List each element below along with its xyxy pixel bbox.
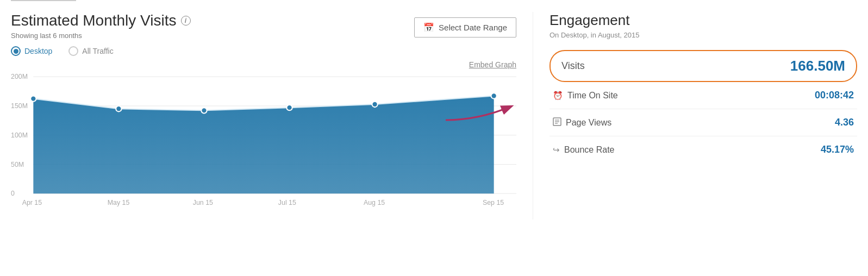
- svg-point-12: [30, 96, 36, 101]
- desktop-radio-option[interactable]: Desktop: [11, 46, 52, 56]
- desktop-radio-label: Desktop: [24, 47, 52, 55]
- svg-text:50M: 50M: [11, 161, 24, 168]
- all-traffic-radio-option[interactable]: All Traffic: [68, 46, 113, 56]
- svg-text:Aug 15: Aug 15: [364, 199, 385, 206]
- bounce-rate-value: 45.17%: [821, 144, 854, 155]
- title-area: Estimated Monthly Visits i Showing last …: [11, 12, 191, 40]
- left-panel: Estimated Monthly Visits i Showing last …: [11, 12, 533, 219]
- svg-text:200M: 200M: [11, 73, 28, 80]
- svg-point-13: [116, 106, 121, 111]
- time-on-site-label: ⏰ Time On Site: [553, 91, 618, 101]
- main-container: Estimated Monthly Visits i Showing last …: [0, 1, 868, 219]
- showing-last-months-label: Showing last 6 months: [11, 32, 191, 40]
- page-views-label: Page Views: [553, 117, 611, 128]
- page-views-row: Page Views 4.36: [549, 109, 857, 136]
- visits-value: 166.50M: [790, 58, 845, 74]
- date-range-label: Select Date Range: [439, 23, 507, 32]
- select-date-range-button[interactable]: 📅 Select Date Range: [414, 17, 516, 37]
- time-on-site-value: 00:08:42: [815, 90, 854, 101]
- svg-text:Apr 15: Apr 15: [22, 199, 42, 206]
- svg-point-16: [372, 102, 377, 107]
- svg-point-14: [201, 108, 207, 113]
- chart-wrapper: 0 50M 100M 150M 200M: [11, 71, 516, 219]
- desktop-radio-circle: [11, 46, 21, 56]
- calendar-icon: 📅: [423, 22, 434, 33]
- svg-text:Jun 15: Jun 15: [193, 199, 213, 206]
- svg-text:100M: 100M: [11, 131, 28, 139]
- bounce-icon: ↪: [553, 145, 560, 155]
- chart-svg: 0 50M 100M 150M 200M: [11, 71, 516, 217]
- engagement-subtitle: On Desktop, in August, 2015: [549, 31, 857, 39]
- visits-box: Visits 166.50M: [549, 50, 857, 82]
- main-title: Estimated Monthly Visits i: [11, 12, 191, 29]
- embed-graph-row: Embed Graph: [11, 60, 516, 69]
- clock-icon: ⏰: [553, 91, 563, 101]
- page-views-value: 4.36: [835, 117, 854, 128]
- all-traffic-radio-label: All Traffic: [82, 47, 113, 55]
- engagement-title: Engagement: [549, 12, 857, 29]
- svg-point-17: [491, 93, 497, 98]
- embed-graph-button[interactable]: Embed Graph: [469, 60, 516, 69]
- all-traffic-radio-circle: [68, 46, 78, 56]
- time-on-site-row: ⏰ Time On Site 00:08:42: [549, 82, 857, 109]
- radio-row: Desktop All Traffic: [11, 46, 516, 56]
- svg-text:150M: 150M: [11, 102, 28, 110]
- svg-point-15: [286, 105, 292, 110]
- right-panel: Engagement On Desktop, in August, 2015 V…: [533, 12, 857, 219]
- svg-text:Jul 15: Jul 15: [278, 199, 296, 206]
- visits-label: Visits: [561, 60, 585, 72]
- estimated-monthly-visits-label: Estimated Monthly Visits: [11, 12, 177, 29]
- bounce-rate-row: ↪ Bounce Rate 45.17%: [549, 136, 857, 163]
- bounce-rate-label: ↪ Bounce Rate: [553, 145, 615, 155]
- pages-icon: [553, 117, 561, 128]
- svg-text:0: 0: [11, 190, 15, 197]
- svg-marker-11: [33, 96, 494, 193]
- svg-text:Sep 15: Sep 15: [483, 199, 504, 206]
- svg-text:May 15: May 15: [108, 199, 130, 206]
- info-icon[interactable]: i: [181, 16, 191, 26]
- left-header: Estimated Monthly Visits i Showing last …: [11, 12, 516, 40]
